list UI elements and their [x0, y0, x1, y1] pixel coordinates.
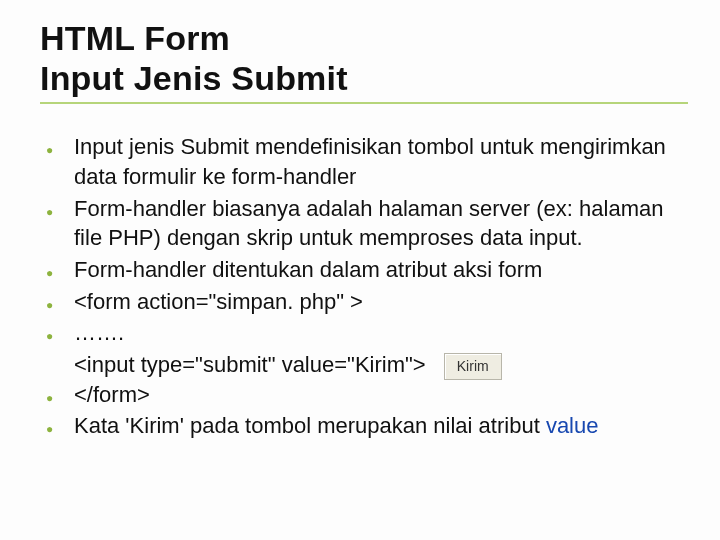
highlight-value: value — [546, 413, 599, 438]
bullet-text: Input jenis Submit mendefinisikan tombol… — [74, 134, 666, 189]
demo-submit-button: Kirim — [444, 353, 502, 380]
code-text: <input type="submit" value="Kirim"> — [74, 352, 426, 377]
bullet-text: Form-handler ditentukan dalam atribut ak… — [74, 257, 542, 282]
bullet-list: Input jenis Submit mendefinisikan tombol… — [40, 132, 688, 348]
bullet-item: </form> — [40, 380, 682, 410]
bullet-item: ……. — [40, 318, 682, 348]
title-line-1: HTML Form — [40, 18, 688, 58]
slide-title: HTML Form Input Jenis Submit — [40, 18, 688, 104]
slide: HTML Form Input Jenis Submit Input jenis… — [0, 0, 720, 441]
bullet-item: <form action="simpan. php" > — [40, 287, 682, 317]
bullet-text: ……. — [74, 320, 124, 345]
bullet-text: Kata 'Kirim' pada tombol merupakan nilai… — [74, 413, 546, 438]
bullet-item: Input jenis Submit mendefinisikan tombol… — [40, 132, 682, 191]
bullet-text: Form-handler biasanya adalah halaman ser… — [74, 196, 663, 251]
title-line-2: Input Jenis Submit — [40, 58, 688, 98]
bullet-text: <form action="simpan. php" > — [74, 289, 363, 314]
bullet-list-continued: </form> Kata 'Kirim' pada tombol merupak… — [40, 380, 688, 441]
bullet-item: Kata 'Kirim' pada tombol merupakan nilai… — [40, 411, 682, 441]
bullet-item: Form-handler ditentukan dalam atribut ak… — [40, 255, 682, 285]
bullet-item: Form-handler biasanya adalah halaman ser… — [40, 194, 682, 253]
code-line: <input type="submit" value="Kirim"> Kiri… — [40, 350, 688, 380]
bullet-text: </form> — [74, 382, 150, 407]
